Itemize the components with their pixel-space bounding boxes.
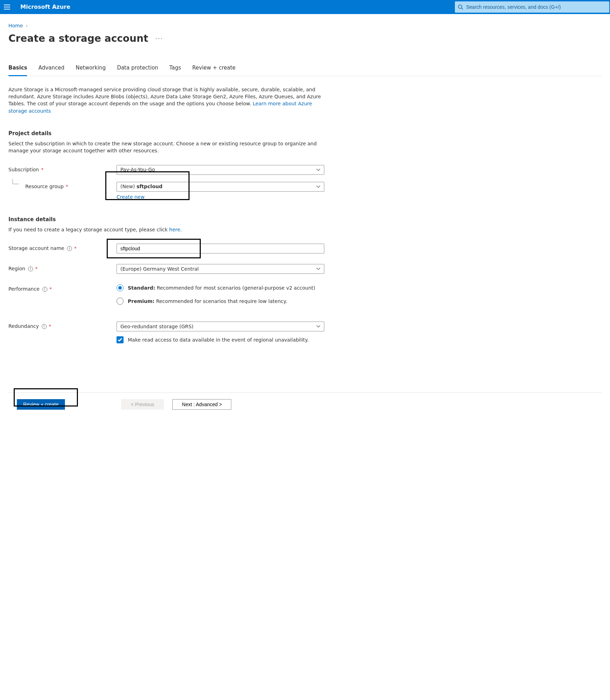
project-details-title: Project details <box>8 130 324 137</box>
required-marker: * <box>66 183 68 190</box>
info-icon[interactable]: i <box>42 324 47 329</box>
search-icon <box>458 4 463 10</box>
storage-account-name-label: Storage account name <box>8 245 64 252</box>
tab-review-create[interactable]: Review + create <box>192 64 236 76</box>
chevron-down-icon <box>316 268 320 270</box>
instance-details-desc: If you need to create a legacy storage a… <box>8 226 324 233</box>
resource-group-label: Resource group <box>25 183 64 190</box>
region-label: Region <box>8 265 25 272</box>
project-details-desc: Select the subscription in which to crea… <box>8 140 324 154</box>
wizard-footer: Review + create < Previous Next : Advanc… <box>8 392 602 416</box>
performance-standard-radio[interactable] <box>117 284 124 291</box>
breadcrumb-home[interactable]: Home <box>8 23 23 28</box>
page-title: Create a storage account ··· <box>8 32 602 45</box>
read-access-label: Make read access to data available in th… <box>128 337 309 344</box>
required-marker: * <box>41 166 44 173</box>
legacy-here-link[interactable]: here. <box>169 227 182 232</box>
intro-text: Azure Storage is a Microsoft-managed ser… <box>8 86 324 114</box>
redundancy-select[interactable]: Geo-redundant storage (GRS) <box>117 322 324 331</box>
search-input[interactable] <box>466 4 606 10</box>
chevron-down-icon <box>316 185 320 188</box>
info-icon[interactable]: i <box>28 266 33 271</box>
required-marker: * <box>74 245 77 252</box>
tab-basics[interactable]: Basics <box>8 64 27 76</box>
next-button[interactable]: Next : Advanced > <box>172 399 231 410</box>
performance-label: Performance <box>8 286 40 293</box>
breadcrumb: Home › <box>8 22 602 29</box>
tab-bar: Basics Advanced Networking Data protecti… <box>8 64 602 76</box>
info-icon[interactable]: i <box>42 287 47 292</box>
global-search[interactable] <box>455 1 609 13</box>
chevron-down-icon <box>316 325 320 328</box>
performance-premium-label: Premium: Recommended for scenarios that … <box>128 298 287 305</box>
instance-details-title: Instance details <box>8 216 324 223</box>
tab-data-protection[interactable]: Data protection <box>117 64 158 76</box>
more-icon[interactable]: ··· <box>155 34 163 43</box>
previous-button: < Previous <box>121 399 164 410</box>
info-icon[interactable]: i <box>67 246 72 251</box>
chevron-right-icon: › <box>26 23 28 28</box>
tree-connector-icon <box>11 179 20 186</box>
performance-premium-radio[interactable] <box>117 298 124 305</box>
redundancy-label: Redundancy <box>8 323 39 330</box>
read-access-checkbox[interactable] <box>117 336 124 343</box>
brand-title[interactable]: Microsoft Azure <box>14 3 73 11</box>
performance-standard-label: Standard: Recommended for most scenarios… <box>128 285 315 292</box>
required-marker: * <box>49 286 52 293</box>
required-marker: * <box>49 323 51 330</box>
create-new-rg-link[interactable]: Create new <box>117 194 145 200</box>
tab-networking[interactable]: Networking <box>76 64 106 76</box>
storage-account-name-input[interactable] <box>120 246 320 251</box>
svg-point-0 <box>458 5 462 8</box>
resource-group-select[interactable]: (New) sftpcloud <box>117 182 324 192</box>
subscription-select[interactable]: Pay-As-You-Go <box>117 165 324 175</box>
required-marker: * <box>35 265 38 272</box>
hamburger-menu-icon[interactable] <box>0 5 14 9</box>
top-bar: Microsoft Azure <box>0 0 610 14</box>
tab-advanced[interactable]: Advanced <box>38 64 64 76</box>
storage-account-name-field[interactable] <box>117 244 324 253</box>
check-icon <box>118 338 122 342</box>
region-select[interactable]: (Europe) Germany West Central <box>117 264 324 274</box>
subscription-label: Subscription <box>8 166 39 173</box>
review-create-button[interactable]: Review + create <box>17 399 65 410</box>
tab-tags[interactable]: Tags <box>170 64 181 76</box>
chevron-down-icon <box>316 169 320 171</box>
